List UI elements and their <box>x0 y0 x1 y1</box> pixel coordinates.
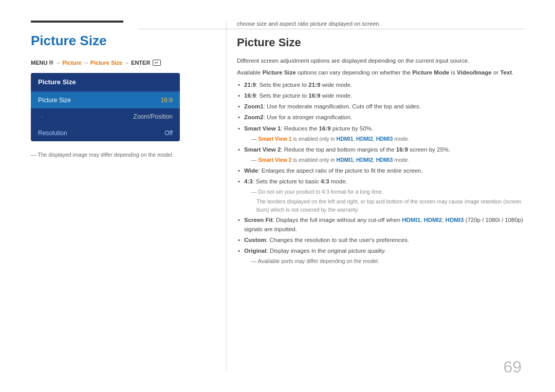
sf-hdmi2: HDMI2 <box>423 217 442 223</box>
bullet-zoom2: Zoom2: Use for a stronger magnification. <box>237 113 524 122</box>
left-column: Picture Size MENU ⊞ → Picture → Picture … <box>31 21 226 371</box>
b-wide: Wide <box>244 167 258 174</box>
zoom-position-label: Zoom/Position <box>133 113 173 120</box>
desc2-bold4: Text <box>500 69 512 76</box>
bullet-43: 4:3: Sets the picture to basic 4:3 mode. <box>237 177 524 186</box>
menu-box-title: Picture Size <box>31 73 180 91</box>
desc1: Different screen adjustment options are … <box>237 57 524 65</box>
sub-note-ports: Available ports may differ depending on … <box>237 257 524 266</box>
bullet-original: Original: Display images in the original… <box>237 247 524 255</box>
sv1-label: Smart View 1 <box>258 136 291 142</box>
b-zoom1: Zoom1 <box>244 103 264 109</box>
bullet-list-3: Wide: Enlarges the aspect ratio of the p… <box>237 166 524 186</box>
sf-hdmi1: HDMI1 <box>402 217 420 223</box>
sv1-hdmi2: HDMI2 <box>356 136 373 142</box>
resolution-label: Resolution <box>38 129 67 137</box>
bullet-wide: Wide: Enlarges the aspect ratio of the p… <box>237 166 524 175</box>
b-sv2: Smart View 2 <box>244 146 281 153</box>
top-intro: choose size and aspect ratio picture dis… <box>237 21 524 27</box>
bullet-screenfit: Screen Fit: Displays the full image with… <box>237 216 524 234</box>
arrow2: → <box>83 60 89 66</box>
enter-label: ENTER <box>131 60 150 66</box>
desc2-bold3: Video/Image <box>457 69 492 76</box>
desc2: Available Picture Size options can vary … <box>237 68 524 77</box>
bullet-zoom1: Zoom1: Use for moderate magnification. C… <box>237 102 524 111</box>
left-note: The displayed image may differ depending… <box>31 152 206 158</box>
menu-icon: ⊞ <box>49 59 53 66</box>
sub-note-sv2: Smart View 2 is enabled only in HDMI1, H… <box>237 156 524 164</box>
b-219: 21:9 <box>244 82 256 88</box>
b-43-2: 4:3 <box>321 178 329 184</box>
menu-path: MENU ⊞ → Picture → Picture Size → ENTER … <box>31 59 206 66</box>
bullet-list: 21:9: Sets the picture to 21:9 wide mode… <box>237 81 524 133</box>
arrow3: → <box>124 60 130 66</box>
warning-note-43: Do not set your product to 4:3 format fo… <box>237 188 524 196</box>
b-219-2: 21:9 <box>308 82 320 88</box>
picture-link: Picture <box>62 60 81 66</box>
enter-icon: ↵ <box>153 60 161 66</box>
bullet-list-2: Smart View 2: Reduce the top and bottom … <box>237 145 524 154</box>
picture-size-value: 16:9 <box>161 97 173 104</box>
right-column: choose size and aspect ratio picture dis… <box>226 21 524 371</box>
b-screenfit: Screen Fit <box>244 217 273 223</box>
sv1-hdmi3: HDMI3 <box>376 136 393 142</box>
sv2-hdmi2: HDMI2 <box>356 157 373 163</box>
menu-item-zoom-position[interactable]: Zoom/Position <box>31 108 180 125</box>
bullet-219: 21:9: Sets the picture to 21:9 wide mode… <box>237 81 524 89</box>
b-169-2: 16:9 <box>308 92 320 99</box>
bullet-list-4: Screen Fit: Displays the full image with… <box>237 216 524 255</box>
top-bar-decoration <box>31 21 123 23</box>
bullet-custom: Custom: Changes the resolution to suit t… <box>237 236 524 245</box>
b-custom: Custom <box>244 237 266 243</box>
sv1-hdmi1: HDMI1 <box>337 136 354 142</box>
menu-box: Picture Size Picture Size 16:9 Zoom/Posi… <box>31 73 180 141</box>
sf-hdmi3: HDMI3 <box>446 217 464 223</box>
b-43: 4:3 <box>244 178 253 184</box>
page-number: 69 <box>503 358 522 377</box>
sv2-label: Smart View 2 <box>258 157 291 163</box>
w-43: 4:3 <box>322 189 329 195</box>
sv2-hdmi3: HDMI3 <box>376 157 393 163</box>
right-page-title: Picture Size <box>237 36 524 49</box>
menu-label: MENU <box>31 60 47 66</box>
b-169: 16:9 <box>244 92 256 99</box>
picture-size-link: Picture Size <box>90 60 122 66</box>
b-original: Original <box>244 248 266 254</box>
arrow1: → <box>55 60 61 66</box>
b-sv1: Smart View 1 <box>244 125 281 132</box>
sv2-hdmi1: HDMI1 <box>337 157 354 163</box>
sub-note-sv1: Smart View 1 is enabled only in HDMI1, H… <box>237 135 524 143</box>
left-page-title: Picture Size <box>31 33 206 49</box>
top-rule <box>139 29 524 29</box>
desc2-bold2: Picture Mode <box>412 69 449 76</box>
resolution-value: Off <box>164 129 173 137</box>
picture-size-label: Picture Size <box>38 97 71 104</box>
bullet-smartview2: Smart View 2: Reduce the top and bottom … <box>237 145 524 154</box>
warning-note-cont: The borders displayed on the left and ri… <box>237 198 524 214</box>
bullet-smartview1: Smart View 1: Reduces the 16:9 picture b… <box>237 124 524 133</box>
bullet-169: 16:9: Sets the picture to 16:9 wide mode… <box>237 91 524 100</box>
desc2-bold1: Picture Size <box>263 69 296 76</box>
b-sv1-169: 16:9 <box>319 125 331 132</box>
b-sv2-169: 16:9 <box>396 146 408 153</box>
menu-item-resolution[interactable]: Resolution Off <box>31 125 180 141</box>
menu-item-picture-size[interactable]: Picture Size 16:9 <box>31 92 180 108</box>
b-zoom2: Zoom2 <box>244 114 264 120</box>
